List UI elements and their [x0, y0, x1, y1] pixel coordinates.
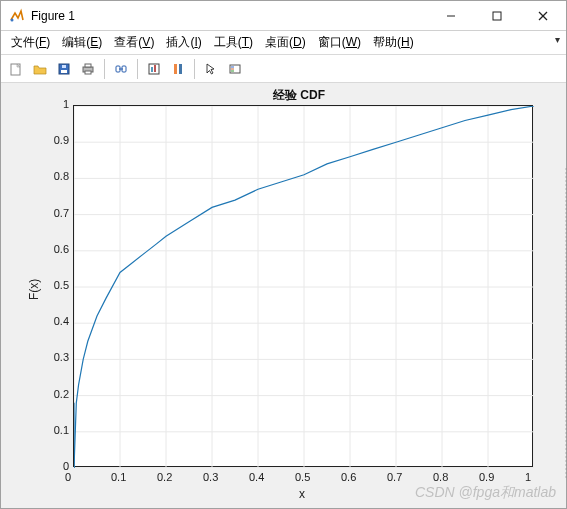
toolbar-overflow-icon[interactable]: ▾	[555, 34, 560, 45]
new-figure-button[interactable]	[5, 58, 27, 80]
svg-point-0	[11, 18, 14, 21]
y-tick-label: 0.3	[49, 351, 69, 363]
window-title: Figure 1	[31, 9, 428, 23]
svg-rect-2	[493, 12, 501, 20]
y-tick-label: 0.1	[49, 424, 69, 436]
svg-rect-16	[151, 67, 153, 72]
svg-rect-10	[85, 64, 91, 67]
toolbar	[1, 55, 566, 83]
figure-window: Figure 1 文件(F)编辑(E)查看(V)插入(I)工具(T)桌面(D)窗…	[0, 0, 567, 509]
chart-canvas	[74, 106, 534, 468]
link-button[interactable]	[110, 58, 132, 80]
y-tick-label: 1	[49, 98, 69, 110]
data-cursor-button[interactable]	[143, 58, 165, 80]
x-axis-label: x	[299, 487, 305, 501]
y-tick-label: 0.7	[49, 207, 69, 219]
y-tick-label: 0.9	[49, 134, 69, 146]
menu-h[interactable]: 帮助(H)	[367, 33, 420, 51]
x-tick-label: 0.2	[157, 471, 172, 483]
toolbar-separator	[104, 59, 105, 79]
colorbar-button[interactable]	[167, 58, 189, 80]
menu-i[interactable]: 插入(I)	[160, 33, 207, 51]
close-button[interactable]	[520, 1, 566, 31]
watermark: CSDN @fpga和matlab	[415, 484, 556, 502]
svg-rect-18	[174, 64, 177, 74]
x-tick-label: 0.5	[295, 471, 310, 483]
y-tick-label: 0.5	[49, 279, 69, 291]
open-button[interactable]	[29, 58, 51, 80]
x-tick-label: 0.4	[249, 471, 264, 483]
pointer-button[interactable]	[200, 58, 222, 80]
y-tick-label: 0.8	[49, 170, 69, 182]
svg-rect-17	[154, 65, 156, 72]
svg-rect-7	[61, 70, 67, 73]
menu-w[interactable]: 窗口(W)	[312, 33, 367, 51]
x-tick-label: 0.9	[479, 471, 494, 483]
menu-f[interactable]: 文件(F)	[5, 33, 56, 51]
menu-t[interactable]: 工具(T)	[208, 33, 259, 51]
x-tick-label: 0	[65, 471, 71, 483]
x-tick-label: 0.8	[433, 471, 448, 483]
y-tick-label: 0.6	[49, 243, 69, 255]
menubar: 文件(F)编辑(E)查看(V)插入(I)工具(T)桌面(D)窗口(W)帮助(H)…	[1, 31, 566, 55]
x-tick-label: 1	[525, 471, 531, 483]
x-tick-label: 0.7	[387, 471, 402, 483]
insert-legend-button[interactable]	[224, 58, 246, 80]
chart-title: 经验 CDF	[273, 87, 325, 104]
titlebar: Figure 1	[1, 1, 566, 31]
plot-area: 经验 CDF x F(x) CSDN @fpga和matlab 00.10.20…	[1, 83, 566, 508]
x-tick-label: 0.1	[111, 471, 126, 483]
y-axis-label: F(x)	[27, 279, 41, 300]
menu-d[interactable]: 桌面(D)	[259, 33, 312, 51]
y-tick-label: 0.4	[49, 315, 69, 327]
svg-rect-19	[179, 64, 182, 74]
y-tick-label: 0	[49, 460, 69, 472]
svg-rect-11	[85, 71, 91, 74]
axes[interactable]	[73, 105, 533, 467]
toolbar-separator	[137, 59, 138, 79]
y-tick-label: 0.2	[49, 388, 69, 400]
menu-e[interactable]: 编辑(E)	[56, 33, 108, 51]
minimize-button[interactable]	[428, 1, 474, 31]
menu-v[interactable]: 查看(V)	[108, 33, 160, 51]
maximize-button[interactable]	[474, 1, 520, 31]
toolbar-separator	[194, 59, 195, 79]
svg-rect-8	[62, 65, 66, 68]
save-button[interactable]	[53, 58, 75, 80]
x-tick-label: 0.3	[203, 471, 218, 483]
print-button[interactable]	[77, 58, 99, 80]
x-tick-label: 0.6	[341, 471, 356, 483]
matlab-icon	[9, 8, 25, 24]
